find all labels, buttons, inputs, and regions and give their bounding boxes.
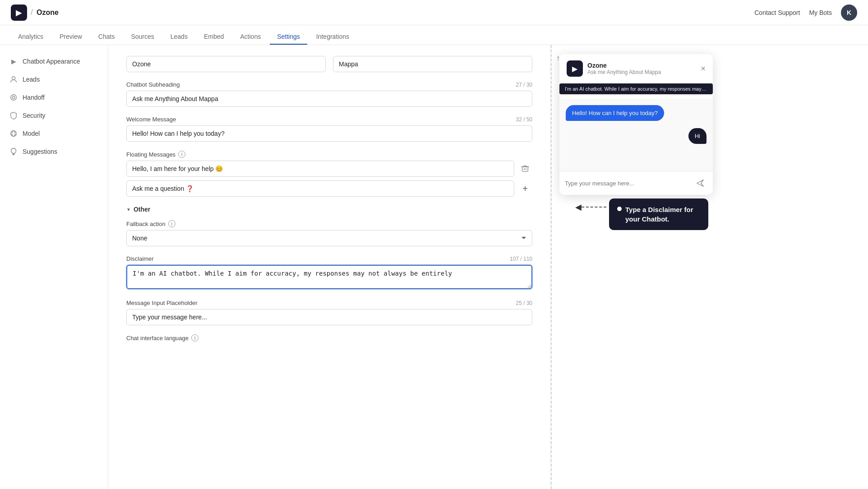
chat-lang-label: Chat interface language — [126, 335, 189, 341]
chat-widget-close[interactable]: × — [701, 64, 706, 74]
tab-integrations[interactable]: Integrations — [309, 29, 356, 45]
svg-point-3 — [11, 131, 17, 137]
tab-preview[interactable]: Preview — [52, 29, 89, 45]
my-bots-link[interactable]: My Bots — [809, 9, 832, 16]
callout-text: Type a Disclaimer for your Chatbot. — [625, 205, 700, 224]
disclaimer-textarea[interactable]: I'm an AI chatbot. While I aim for accur… — [126, 265, 532, 289]
fallback-row: Fallback action i None Human Handoff Cus… — [126, 220, 532, 246]
arrow-connector: ◀ — [575, 202, 606, 212]
floating-info-icon[interactable]: i — [178, 151, 185, 158]
arrow-head-left: ◀ — [575, 202, 582, 212]
separator: / — [31, 8, 33, 17]
floating-msg-input-1[interactable] — [126, 161, 514, 177]
subheading-count: 27 / 30 — [516, 82, 532, 88]
floating-label: Floating Messages — [126, 151, 175, 158]
chat-lang-info-icon[interactable]: i — [191, 334, 199, 341]
msg-placeholder-label: Message Input Placeholder — [126, 300, 198, 306]
sidebar-item-label: Security — [23, 112, 46, 119]
welcome-count: 32 / 50 — [516, 116, 532, 123]
expand-preview-btn[interactable]: ↑ — [556, 54, 560, 62]
chat-preview-panel: ▶ Ozone Ask me Anything About Mappa × I'… — [550, 45, 722, 489]
sidebar-item-label: Handoff — [23, 94, 45, 101]
other-section: ▼ Other Fallback action i None Human Han… — [126, 206, 532, 341]
security-icon — [9, 111, 18, 120]
disclaimer-label-row: Disclaimer 107 / 110 — [126, 255, 532, 262]
tab-embed[interactable]: Embed — [197, 29, 231, 45]
chatbot-name-field2 — [333, 56, 532, 72]
floating-label-row: Floating Messages i — [126, 151, 532, 158]
chat-tooltip-bar: I'm an AI chatbot. While I aim for accur… — [559, 83, 713, 94]
sidebar-item-model[interactable]: Model — [0, 125, 108, 143]
sidebar: ▶ Chatbot Appearance Leads Handoff Secur… — [0, 45, 108, 489]
tab-leads[interactable]: Leads — [163, 29, 195, 45]
floating-msg-row-2: + — [126, 180, 532, 197]
fallback-label-row: Fallback action i — [126, 220, 532, 227]
contact-support-link[interactable]: Contact Support — [754, 9, 800, 16]
topbar-left: ▶ / Ozone — [11, 5, 59, 21]
tab-chats[interactable]: Chats — [91, 29, 122, 45]
bot-bubble: Hello! How can I help you today? — [566, 105, 706, 125]
subheading-input[interactable] — [126, 91, 532, 107]
chat-header-text: Ozone Ask me Anything About Mappa — [587, 62, 696, 75]
welcome-message-row: Welcome Message 32 / 50 — [126, 116, 532, 142]
fallback-select[interactable]: None Human Handoff Custom — [126, 230, 532, 246]
disclaimer-row: Disclaimer 107 / 110 I'm an AI chatbot. … — [126, 255, 532, 291]
floating-messages-row: Floating Messages i + — [126, 151, 532, 197]
chatbot-name-row — [126, 56, 532, 72]
send-button[interactable] — [693, 176, 707, 190]
chat-widget-logo: ▶ — [567, 60, 583, 77]
svg-point-2 — [12, 96, 14, 98]
tab-sources[interactable]: Sources — [124, 29, 161, 45]
sidebar-item-handoff[interactable]: Handoff — [0, 88, 108, 106]
disclaimer-count: 107 / 110 — [510, 256, 532, 262]
chat-message-input[interactable] — [565, 180, 689, 187]
other-arrow-icon: ▼ — [126, 207, 131, 212]
brand-name: Ozone — [37, 9, 59, 17]
logo-icon: ▶ — [11, 5, 27, 21]
other-section-label: Other — [134, 206, 150, 213]
chat-input-row — [559, 171, 713, 195]
callout-box: Type a Disclaimer for your Chatbot. — [609, 198, 708, 230]
delete-floating-msg-1[interactable] — [518, 161, 532, 176]
tab-analytics[interactable]: Analytics — [11, 29, 51, 45]
chatbot-name-input2[interactable] — [333, 56, 532, 72]
sidebar-item-suggestions[interactable]: Suggestions — [0, 143, 108, 161]
chat-widget-header: ▶ Ozone Ask me Anything About Mappa × — [559, 54, 713, 83]
sidebar-item-security[interactable]: Security — [0, 106, 108, 125]
floating-msg-input-2[interactable] — [126, 180, 514, 197]
appearance-icon: ▶ — [9, 57, 18, 66]
topbar-right: Contact Support My Bots K — [754, 5, 857, 21]
welcome-input[interactable] — [126, 125, 532, 142]
svg-point-0 — [12, 77, 15, 80]
sidebar-item-label: Suggestions — [23, 148, 57, 155]
chat-widget-title: Ozone — [587, 62, 696, 69]
suggestions-icon — [9, 147, 18, 156]
user-message: Hi — [688, 128, 706, 144]
tab-settings[interactable]: Settings — [270, 29, 307, 45]
msg-placeholder-label-row: Message Input Placeholder 25 / 30 — [126, 300, 532, 306]
sidebar-item-leads[interactable]: Leads — [0, 70, 108, 88]
bot-message: Hello! How can I help you today? — [566, 105, 664, 121]
msg-placeholder-row: Message Input Placeholder 25 / 30 — [126, 300, 532, 325]
chatbot-name-input1[interactable] — [126, 56, 326, 72]
svg-point-4 — [12, 131, 15, 137]
subheading-row: Chatbot Subheading 27 / 30 — [126, 81, 532, 107]
handoff-icon — [9, 93, 18, 102]
model-icon — [9, 129, 18, 138]
tabs-bar: Analytics Preview Chats Sources Leads Em… — [0, 25, 868, 45]
sidebar-item-chatbot-appearance[interactable]: ▶ Chatbot Appearance — [0, 52, 108, 70]
user-avatar[interactable]: K — [841, 5, 857, 21]
fallback-info-icon[interactable]: i — [168, 220, 175, 227]
msg-placeholder-input[interactable] — [126, 309, 532, 325]
sidebar-item-label: Leads — [23, 76, 40, 83]
chatbot-name-field1 — [126, 56, 326, 72]
chat-widget-subtitle: Ask me Anything About Mappa — [587, 69, 696, 75]
topbar: ▶ / Ozone Contact Support My Bots K — [0, 0, 868, 25]
tab-actions[interactable]: Actions — [233, 29, 268, 45]
sidebar-item-label: Chatbot Appearance — [23, 58, 80, 65]
disclaimer-label: Disclaimer — [126, 255, 154, 262]
add-floating-msg[interactable]: + — [518, 181, 532, 196]
other-section-header[interactable]: ▼ Other — [126, 206, 532, 213]
welcome-label: Welcome Message — [126, 116, 176, 123]
subheading-label: Chatbot Subheading — [126, 81, 180, 88]
